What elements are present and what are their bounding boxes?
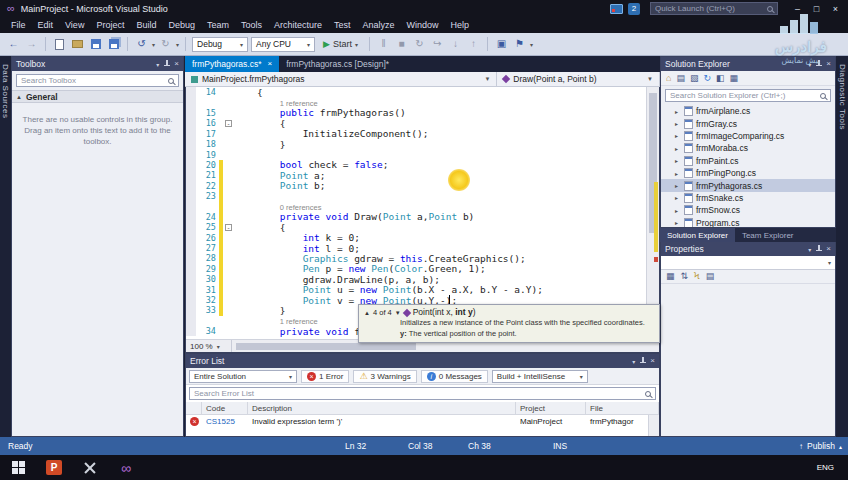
menu-item-edit[interactable]: Edit	[32, 17, 60, 33]
menu-item-architecture[interactable]: Architecture	[268, 17, 328, 33]
undo-dropdown-icon[interactable]: ▾	[152, 41, 155, 48]
menu-item-project[interactable]: Project	[90, 17, 130, 33]
tree-item-Program.cs[interactable]: ▸Program.cs	[661, 217, 835, 227]
configuration-dropdown[interactable]: Debug ▾	[192, 37, 248, 52]
platform-dropdown[interactable]: Any CPU ▾	[251, 37, 315, 52]
horizontal-scrollbar-thumb[interactable]	[236, 343, 416, 350]
code-line-24[interactable]: 24 private void Draw(Point a,Point b)	[186, 212, 646, 222]
code-line-14[interactable]: 14 {	[186, 87, 646, 97]
chevron-down-icon[interactable]: ▾	[530, 41, 533, 48]
pin-icon[interactable]	[639, 357, 646, 365]
code-lines[interactable]: 14 { 1 reference15 public frmPythagoras(…	[186, 87, 646, 339]
warnings-filter-button[interactable]: ⚠ 3 Warnings	[353, 370, 416, 383]
menu-item-test[interactable]: Test	[328, 17, 357, 33]
window-menu-icon[interactable]: ▾	[808, 246, 811, 253]
home-icon[interactable]: ⌂	[666, 74, 671, 83]
taskbar-snipping-tool[interactable]	[72, 455, 108, 480]
tree-item-frmSnake.cs[interactable]: ▸frmSnake.cs	[661, 192, 835, 204]
code-line-16[interactable]: 16- {	[186, 118, 646, 128]
code-line-28[interactable]: 28 Graphics gdraw = this.CreateGraphics(…	[186, 253, 646, 263]
editor-vertical-scrollbar[interactable]	[646, 87, 659, 339]
code-line-27[interactable]: 27 int l = 0;	[186, 243, 646, 253]
code-line-30[interactable]: 30 gdraw.DrawLine(p, a, b);	[186, 274, 646, 284]
undo-icon[interactable]: ↺	[134, 37, 149, 52]
close-button[interactable]: ×	[826, 1, 845, 16]
publish-button[interactable]: ↑ Publish ▴	[799, 437, 842, 455]
code-line-23[interactable]: 23	[186, 191, 646, 201]
toolbox-section-general[interactable]: ▲ General	[12, 90, 183, 103]
menu-item-analyze[interactable]: Analyze	[357, 17, 401, 33]
expand-icon[interactable]: ▸	[675, 145, 681, 152]
errors-filter-button[interactable]: × 1 Error	[301, 370, 349, 383]
close-icon[interactable]: ×	[826, 60, 831, 68]
column-file[interactable]: File	[586, 402, 659, 414]
show-all-files-icon[interactable]: ▧	[690, 74, 699, 83]
type-dropdown[interactable]: MainProject.frmPythagoras ▼	[185, 72, 497, 86]
tree-item-frmAirplane.cs[interactable]: ▸frmAirplane.cs	[661, 105, 835, 117]
expand-icon[interactable]: ▸	[675, 194, 681, 201]
code-line-31[interactable]: 31 Point u = new Point(b.X - a.X, b.Y - …	[186, 284, 646, 294]
categorized-icon[interactable]: ▦	[666, 272, 675, 281]
collapse-all-icon[interactable]: ▤	[676, 74, 685, 83]
expand-icon[interactable]: ▸	[675, 170, 681, 177]
expand-icon[interactable]: ▸	[675, 157, 681, 164]
restart-icon[interactable]: ↻	[412, 37, 427, 52]
messages-filter-button[interactable]: i 0 Messages	[421, 370, 488, 383]
tree-item-frmPythagoras.cs[interactable]: ▸frmPythagoras.cs	[661, 179, 835, 191]
stop-icon[interactable]: ■	[394, 37, 409, 52]
tree-item-frmSnow.cs[interactable]: ▸frmSnow.cs	[661, 204, 835, 216]
step-out-icon[interactable]: ↑	[466, 37, 481, 52]
save-icon[interactable]	[88, 37, 103, 52]
expand-icon[interactable]: ▸	[675, 207, 681, 214]
quick-launch-input[interactable]: Quick Launch (Ctrl+Q)	[650, 2, 778, 15]
member-dropdown[interactable]: Draw(Point a, Point b) ▼	[497, 72, 660, 86]
expand-icon[interactable]: ▸	[675, 120, 681, 127]
source-filter-dropdown[interactable]: Build + IntelliSense ▾	[492, 370, 588, 383]
code-line-25[interactable]: 25- {	[186, 222, 646, 232]
window-menu-icon[interactable]: ▾	[632, 358, 635, 365]
code-line-26[interactable]: 26 int k = 0;	[186, 232, 646, 242]
tab-frmpythagoras-cs[interactable]: frmPythagoras.cs* ×	[185, 56, 279, 72]
new-file-icon[interactable]	[52, 37, 67, 52]
tree-item-frmImageComparing.cs[interactable]: ▸frmImageComparing.cs	[661, 130, 835, 142]
close-icon[interactable]: ×	[650, 357, 655, 365]
code-annotation-row[interactable]: 1 reference	[186, 97, 646, 107]
object-selector-dropdown[interactable]: ▾	[661, 256, 835, 270]
tab-solution-explorer[interactable]: Solution Explorer	[660, 228, 735, 242]
solution-explorer-search-input[interactable]: Search Solution Explorer (Ctrl+;)	[665, 89, 831, 102]
start-button[interactable]	[0, 455, 36, 480]
menu-item-debug[interactable]: Debug	[162, 17, 201, 33]
code-line-22[interactable]: 22 Point b;	[186, 181, 646, 191]
previous-signature-icon[interactable]: ▲	[364, 309, 370, 317]
maximize-button[interactable]: □	[807, 1, 826, 16]
code-line-20[interactable]: 20 bool check = false;	[186, 160, 646, 170]
start-debug-button[interactable]: ▶ Start ▾	[318, 36, 363, 53]
tool-tab-diagnostic-tools[interactable]: Diagnostic Tools	[838, 64, 847, 437]
zoom-dropdown[interactable]: 100 % ▾	[186, 340, 232, 352]
window-menu-icon[interactable]: ▾	[156, 61, 159, 68]
code-annotation-row[interactable]: 0 references	[186, 201, 646, 211]
code-line-17[interactable]: 17 InitializeComponent();	[186, 129, 646, 139]
menu-item-file[interactable]: File	[5, 17, 32, 33]
step-into-icon[interactable]: ↓	[448, 37, 463, 52]
minimize-button[interactable]: –	[788, 1, 807, 16]
expand-icon[interactable]: ▸	[675, 132, 681, 139]
code-line-29[interactable]: 29 Pen p = new Pen(Color.Green, 1);	[186, 264, 646, 274]
column-project[interactable]: Project	[516, 402, 586, 414]
pin-icon[interactable]	[815, 60, 822, 68]
pause-icon[interactable]: ‖	[376, 37, 391, 52]
code-line-18[interactable]: 18 }	[186, 139, 646, 149]
menu-item-window[interactable]: Window	[401, 17, 445, 33]
open-file-icon[interactable]	[70, 37, 85, 52]
view-code-icon[interactable]: ◧	[716, 74, 725, 83]
properties-icon[interactable]: ▦	[730, 74, 739, 83]
code-line-15[interactable]: 15 public frmPythagoras()	[186, 108, 646, 118]
navigate-forward-icon[interactable]: →	[24, 37, 39, 52]
bookmark-icon[interactable]: ⚑	[512, 37, 527, 52]
redo-dropdown-icon[interactable]: ▾	[176, 41, 179, 48]
refresh-icon[interactable]: ↻	[703, 74, 711, 83]
close-icon[interactable]: ×	[267, 60, 272, 68]
column-description[interactable]: Description	[248, 402, 516, 414]
error-row[interactable]: ×CS1525Invalid expression term ')'MainPr…	[186, 415, 659, 427]
close-icon[interactable]: ×	[174, 60, 179, 68]
